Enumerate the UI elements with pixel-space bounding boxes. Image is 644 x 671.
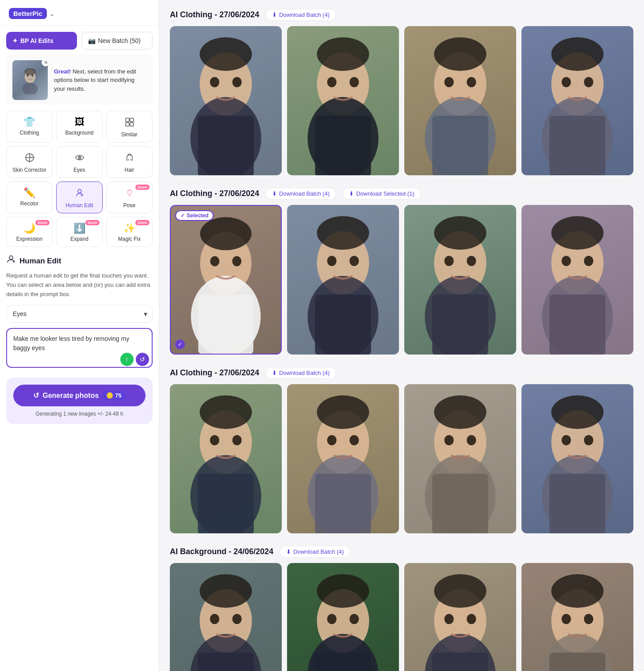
svg-rect-60 bbox=[315, 295, 371, 355]
svg-rect-95 bbox=[432, 474, 488, 533]
download-batch-2-button[interactable]: ⬇ Download Batch (4) bbox=[265, 188, 336, 200]
area-dropdown[interactable]: Eyes Skin Hair Background Clothing Full … bbox=[6, 305, 153, 323]
edit-option-hair[interactable]: Hair bbox=[106, 146, 153, 178]
human-edit-label: Human Edit bbox=[65, 202, 93, 208]
photo-card[interactable] bbox=[404, 563, 516, 671]
svg-point-29 bbox=[317, 37, 369, 71]
svg-point-45 bbox=[584, 77, 593, 87]
download-icon: ⬇ bbox=[272, 370, 277, 376]
expression-soon-badge: Soon bbox=[35, 220, 50, 225]
download-batch-4-button[interactable]: ⬇ Download Batch (4) bbox=[280, 546, 350, 558]
human-edit-title-icon bbox=[6, 255, 16, 267]
svg-point-79 bbox=[210, 435, 219, 445]
batch-section-1: AI Clothing - 27/06/2024 ⬇ Download Batc… bbox=[170, 9, 633, 175]
svg-point-93 bbox=[445, 435, 454, 445]
expand-soon-badge: Soon bbox=[85, 220, 100, 225]
photo-card[interactable] bbox=[287, 205, 399, 354]
download-icon: ⬇ bbox=[272, 12, 277, 18]
svg-rect-25 bbox=[198, 116, 253, 175]
main-content: AI Clothing - 27/06/2024 ⬇ Download Batc… bbox=[159, 0, 644, 671]
edit-option-expression[interactable]: Soon 🌙 Expression bbox=[6, 217, 53, 247]
svg-rect-7 bbox=[126, 123, 129, 126]
photo-card[interactable] bbox=[287, 563, 399, 671]
download-selected-2-button[interactable]: ⬇ Download Selected (1) bbox=[342, 188, 421, 200]
edit-option-eyes[interactable]: Eyes bbox=[56, 146, 103, 178]
svg-point-38 bbox=[467, 77, 476, 87]
svg-point-66 bbox=[467, 256, 476, 266]
submit-prompt-button[interactable]: ↑ bbox=[120, 353, 134, 366]
svg-point-22 bbox=[199, 37, 252, 71]
textarea-action-buttons: ↑ ↺ bbox=[120, 353, 149, 366]
photo-card-selected[interactable]: ✓ Selected ✓ bbox=[170, 205, 282, 354]
svg-point-100 bbox=[562, 435, 571, 445]
batch-header-3: AI Clothing - 27/06/2024 ⬇ Download Batc… bbox=[170, 367, 633, 379]
edit-option-human-edit[interactable]: Human Edit bbox=[56, 181, 103, 213]
similar-label: Similar bbox=[121, 131, 138, 138]
selected-badge: ✓ Selected bbox=[175, 210, 214, 221]
svg-point-85 bbox=[317, 395, 369, 429]
svg-point-17 bbox=[9, 256, 13, 259]
svg-point-72 bbox=[562, 256, 571, 266]
photo-card[interactable] bbox=[521, 26, 633, 175]
svg-rect-102 bbox=[549, 474, 605, 533]
checkmark-icon: ✓ bbox=[180, 212, 185, 219]
download-batch-1-button[interactable]: ⬇ Download Batch (4) bbox=[265, 9, 336, 21]
magic-fix-icon: ✨ bbox=[123, 224, 135, 233]
photo-card[interactable] bbox=[170, 384, 282, 533]
svg-point-122 bbox=[467, 614, 476, 624]
photo-card[interactable] bbox=[521, 384, 633, 533]
batch-section-3: AI Clothing - 27/06/2024 ⬇ Download Batc… bbox=[170, 367, 633, 533]
skin-corrector-icon bbox=[25, 153, 34, 164]
edit-option-pose[interactable]: Soon Pose bbox=[106, 181, 153, 213]
photo-card[interactable] bbox=[287, 26, 399, 175]
svg-rect-88 bbox=[315, 474, 371, 533]
edit-option-clothing[interactable]: 👕 Clothing bbox=[6, 111, 53, 143]
photo-card[interactable] bbox=[404, 26, 516, 175]
photo-card[interactable] bbox=[170, 26, 282, 175]
generate-info: Generating 1 new images +/- 24-48 h bbox=[35, 411, 123, 417]
download-batch-3-button[interactable]: ⬇ Download Batch (4) bbox=[265, 367, 336, 379]
svg-rect-8 bbox=[130, 123, 134, 126]
svg-point-36 bbox=[434, 37, 486, 71]
similar-icon bbox=[125, 117, 134, 129]
svg-point-52 bbox=[232, 256, 242, 266]
edit-option-skin-corrector[interactable]: Skin Corrector bbox=[6, 146, 53, 178]
logo-chevron-icon[interactable]: ⌄ bbox=[50, 10, 55, 17]
human-edit-description: Request a human edit to get the final to… bbox=[6, 271, 153, 299]
photo-card[interactable] bbox=[170, 563, 282, 671]
svg-point-64 bbox=[434, 216, 486, 250]
photo-card[interactable] bbox=[404, 384, 516, 533]
photo-grid-4 bbox=[170, 563, 633, 671]
batch-title-1: AI Clothing - 27/06/2024 bbox=[170, 10, 259, 19]
edit-option-similar[interactable]: Similar bbox=[106, 111, 153, 143]
hair-label: Hair bbox=[124, 167, 134, 173]
svg-point-71 bbox=[551, 216, 603, 250]
svg-rect-67 bbox=[432, 295, 488, 355]
svg-rect-123 bbox=[432, 652, 488, 671]
eyes-label: Eyes bbox=[73, 167, 85, 173]
photo-card[interactable] bbox=[521, 563, 633, 671]
regenerate-prompt-button[interactable]: ↺ bbox=[136, 353, 149, 366]
edit-option-expand[interactable]: Soon ⬇️ Expand bbox=[56, 217, 103, 247]
svg-rect-39 bbox=[432, 116, 488, 175]
recolor-label: Recolor bbox=[20, 201, 38, 207]
svg-rect-6 bbox=[130, 118, 134, 122]
svg-point-57 bbox=[317, 216, 369, 250]
photo-card[interactable] bbox=[287, 384, 399, 533]
logo-text: BetterPic bbox=[9, 8, 47, 19]
bp-ai-edits-button[interactable]: ✦ BP AI Edits bbox=[6, 32, 77, 50]
photo-card[interactable] bbox=[404, 205, 516, 354]
clothing-icon: 👕 bbox=[23, 117, 35, 127]
svg-point-99 bbox=[551, 395, 603, 429]
new-batch-button[interactable]: 📷 New Batch (50) bbox=[81, 32, 153, 50]
generate-photos-button[interactable]: ↺ Generate photos 🪙 75 bbox=[13, 385, 146, 406]
svg-point-51 bbox=[210, 256, 219, 266]
credits-value: 75 bbox=[115, 392, 121, 399]
edit-option-magic-fix[interactable]: Soon ✨ Magic Fix bbox=[106, 217, 153, 247]
download-batch-2-label: Download Batch (4) bbox=[279, 190, 330, 197]
edit-option-background[interactable]: 🖼 Background bbox=[56, 111, 103, 143]
photo-card[interactable] bbox=[521, 205, 633, 354]
user-preview-area: ✕ Great! Next, select from the edit opti… bbox=[6, 54, 153, 104]
batch-title-4: AI Background - 24/06/2024 bbox=[170, 547, 273, 556]
edit-option-recolor[interactable]: ✏️ Recolor bbox=[6, 181, 53, 213]
